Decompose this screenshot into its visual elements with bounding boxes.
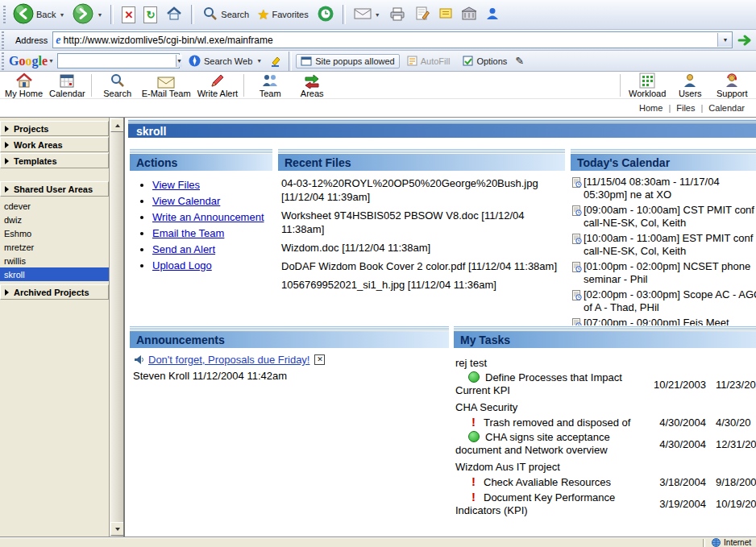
recent-file-entry[interactable]: 04-03-12%20ROYL%20OP50%20George%20Bush.j… — [281, 176, 563, 204]
messenger-button[interactable] — [481, 5, 504, 24]
pencil-button[interactable]: ✎ — [511, 53, 528, 68]
page-title: skroll — [136, 125, 166, 138]
task-desc[interactable]: Define Processes that Impact Current KPI — [455, 371, 643, 397]
discuss-button[interactable] — [434, 5, 457, 24]
sidebar-item-label: Shared User Areas — [14, 184, 93, 194]
google-search-dropdown[interactable]: ▼ — [176, 55, 182, 67]
app-toolbar-users[interactable]: Users — [669, 72, 711, 98]
address-input[interactable] — [64, 34, 718, 46]
email-team-icon — [157, 73, 175, 89]
address-dropdown-button[interactable]: ▼ — [717, 33, 732, 47]
task-desc[interactable]: !Document Key Performance Indicators (KP… — [455, 491, 643, 517]
nav-separator: | — [668, 103, 671, 113]
print-button[interactable] — [384, 5, 410, 24]
highlighter-button[interactable] — [266, 54, 285, 68]
stop-button[interactable]: ✕ — [118, 5, 139, 25]
toolbar-separator — [289, 52, 292, 71]
google-search-field[interactable]: ▼ — [57, 53, 180, 68]
close-icon[interactable]: ✕ — [314, 354, 325, 365]
back-button[interactable]: Back▼ — [9, 2, 69, 27]
google-search-input[interactable] — [58, 55, 176, 67]
announcement-link[interactable]: Don't forget, Proposals due Friday! — [148, 353, 309, 367]
edit-button[interactable] — [410, 4, 434, 25]
toolbar-grip[interactable] — [2, 31, 4, 49]
calendar-event[interactable]: [01:00pm - 02:00pm] NCSET phone seminar … — [572, 260, 756, 286]
search-button[interactable]: Search — [198, 4, 253, 25]
action-link-send-an-alert[interactable]: Send an Alert — [152, 243, 215, 255]
recent-file-entry[interactable]: Wizdom.doc [11/12/04 11:38am] — [281, 241, 563, 255]
search-icon — [110, 73, 126, 89]
recent-file-entry[interactable]: DoDAF Wizdom Book Cover 2 color.pdf [11/… — [281, 259, 563, 273]
task-desc[interactable]: !Check Avaliable Resources — [455, 475, 643, 489]
nav-link-calendar[interactable]: Calendar — [708, 103, 745, 113]
app-toolbar-areas[interactable]: Areas — [291, 72, 333, 98]
go-button[interactable] — [737, 33, 754, 48]
action-link-view-calendar[interactable]: View Calendar — [152, 195, 220, 207]
sidebar-user-dwiz[interactable]: dwiz — [0, 213, 109, 226]
app-toolbar-about[interactable]: ?About — [753, 72, 756, 98]
forward-icon — [73, 3, 93, 26]
recent-file-entry[interactable]: 1056769952021_si1_h.jpg [11/12/04 11:36a… — [281, 278, 563, 292]
sidebar-scrollbar[interactable] — [109, 118, 124, 538]
sidebar-user-eshmo[interactable]: Eshmo — [0, 226, 109, 240]
nav-link-files[interactable]: Files — [676, 103, 695, 113]
chevron-down-icon: ▼ — [256, 58, 262, 64]
action-link-email-the-team[interactable]: Email the Team — [152, 227, 224, 239]
sidebar-item-archived-projects[interactable]: Archived Projects — [0, 284, 109, 300]
task-desc[interactable]: CHA signs site acceptance document and N… — [455, 431, 643, 457]
calendar-event[interactable]: [02:00pm - 03:00pm] Scope AC - AGC of A … — [572, 288, 756, 314]
google-logo[interactable]: Google ▼ — [9, 54, 54, 68]
autofill-button[interactable]: AutoFill — [403, 54, 455, 68]
calendar-event[interactable]: [09:00am - 10:00am] CST PMIT conf call-N… — [572, 204, 756, 230]
app-toolbar-e-mail-team[interactable]: E-Mail Team — [139, 72, 194, 98]
sidebar-item-templates[interactable]: Templates — [0, 153, 109, 168]
calendar-event[interactable]: [10:00am - 11:00am] EST PMIT conf call-N… — [572, 232, 756, 258]
task-desc[interactable]: !Trash removed and disposed of — [455, 416, 643, 429]
users-icon — [682, 73, 698, 89]
task-date-due: 11/23/20 — [706, 378, 756, 392]
research-button[interactable] — [457, 5, 481, 24]
sidebar-user-skroll[interactable]: skroll — [0, 267, 109, 281]
options-button[interactable]: Options — [459, 54, 511, 68]
action-link-view-files[interactable]: View Files — [152, 179, 200, 191]
app-toolbar-workload[interactable]: Workload — [625, 72, 669, 98]
app-toolbar-my-home[interactable]: My Home — [2, 72, 46, 98]
app-toolbar-search[interactable]: Search — [97, 72, 139, 98]
sidebar-item-work-areas[interactable]: Work Areas — [0, 137, 109, 152]
app-toolbar-team[interactable]: Team — [249, 72, 291, 98]
forward-button[interactable]: ▼ — [69, 2, 106, 27]
toolbar-grip[interactable] — [2, 52, 4, 70]
app-nav-row: Home | Files | Calendar — [0, 99, 756, 118]
search-web-button[interactable]: Search Web ▼ — [185, 53, 266, 68]
app-toolbar-support[interactable]: Support — [711, 72, 753, 98]
recent-file-entry[interactable]: Worksheet 9T4HSBIS052 PBSOW V8.doc [11/1… — [281, 209, 563, 236]
app-toolbar-write-alert[interactable]: Write Alert — [194, 72, 242, 98]
mail-button[interactable]: ▼ — [350, 6, 384, 23]
action-link-upload-logo[interactable]: Upload Logo — [152, 259, 212, 271]
app-toolbar-calendar[interactable]: Calendar — [46, 72, 89, 98]
scroll-down-button[interactable] — [110, 522, 124, 536]
popup-window-icon — [301, 56, 312, 66]
sidebar-user-mretzer[interactable]: mretzer — [0, 240, 109, 254]
home-button[interactable] — [161, 4, 187, 25]
address-field[interactable]: e ▼ — [52, 31, 733, 48]
site-popups-button[interactable]: Site popups allowed — [296, 54, 399, 68]
task-group-label: CHA Security — [455, 400, 756, 414]
action-item: View Files — [152, 178, 271, 192]
sidebar-item-shared-user-areas[interactable]: Shared User Areas — [0, 181, 109, 197]
sidebar-item-projects[interactable]: Projects — [0, 121, 109, 136]
scroll-up-button[interactable] — [110, 118, 124, 132]
history-button[interactable] — [313, 3, 339, 26]
nav-link-home[interactable]: Home — [639, 103, 663, 113]
sidebar-user-cdever[interactable]: cdever — [0, 199, 109, 213]
sidebar-user-rwillis[interactable]: rwillis — [0, 254, 109, 267]
refresh-button[interactable]: ↻ — [139, 5, 161, 25]
toolbar-grip[interactable] — [3, 6, 6, 23]
status-overdue-icon: ! — [471, 491, 476, 503]
arrow-down-icon — [115, 528, 120, 531]
autofill-icon — [407, 56, 417, 66]
calendar-event[interactable]: [11/15/04 08:30am - 11/17/04 05:30pm] ne… — [572, 176, 756, 201]
todays-calendar-header: Today's Calendar — [571, 156, 670, 169]
favorites-button[interactable]: ★Favorites — [253, 5, 313, 25]
action-link-write-an-announcement[interactable]: Write an Announcement — [152, 211, 264, 223]
